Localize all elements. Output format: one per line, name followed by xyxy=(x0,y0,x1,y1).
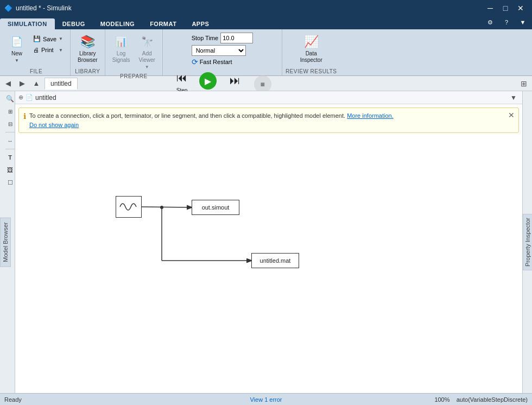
tab-modeling[interactable]: MODELING xyxy=(93,18,142,29)
fast-restart-icon: ⟳ xyxy=(192,58,198,66)
out-simout-block[interactable]: out.simout xyxy=(192,200,239,215)
status-info: 100% auto(VariableStepDiscrete) xyxy=(356,396,528,403)
ribbon-group-prepare: 📊 Log Signals 🔭 Add Viewer ▼ PREPARE xyxy=(105,29,163,75)
untitled-mat-block[interactable]: untitled.mat xyxy=(251,253,299,268)
ribbon-help-btn[interactable]: ? xyxy=(499,15,514,29)
prepare-items: 📊 Log Signals 🔭 Add Viewer ▼ xyxy=(109,31,159,72)
titlebar: 🔷 untitled * - Simulink ─ □ ✕ xyxy=(0,0,532,16)
do-not-show-link[interactable]: Do not show again xyxy=(29,122,79,128)
ribbon-options-btn[interactable]: ⚙ xyxy=(483,15,497,29)
ribbon-group-file: 📄 New ▼ 💾 Save ▼ 🖨 Print ▼ FILE xyxy=(2,29,71,75)
status-ready: Ready xyxy=(4,396,176,403)
data-inspector-icon: 📈 xyxy=(303,34,319,49)
step-forward-icon: ⏭ xyxy=(226,72,244,90)
banner-close-button[interactable]: ✕ xyxy=(506,110,516,120)
mode-row: Normal Accelerator Rapid Accelerator xyxy=(192,45,254,56)
tab-format[interactable]: FORMAT xyxy=(142,18,184,29)
mode-select[interactable]: Normal Accelerator Rapid Accelerator xyxy=(192,45,246,56)
canvas-container: ⊕ 📄 untitled ▼ ℹ To create a connection,… xyxy=(15,91,522,393)
right-sidebar: Property Inspector xyxy=(522,91,532,393)
save-icon: 💾 xyxy=(33,35,41,42)
file-items: 📄 New ▼ 💾 Save ▼ 🖨 Print ▼ xyxy=(5,31,67,67)
svg-line-0 xyxy=(142,207,192,207)
add-viewer-label: Add Viewer xyxy=(139,50,155,64)
library-browser-label: Library Browser xyxy=(78,50,98,64)
new-button[interactable]: 📄 New ▼ xyxy=(5,31,28,66)
up-button[interactable]: ▲ xyxy=(30,78,42,90)
zoom-in-button[interactable]: 🔍 xyxy=(5,93,16,104)
model-path-bar: ⊕ 📄 untitled ▼ xyxy=(15,91,522,104)
tab-simulation[interactable]: SIMULATION xyxy=(0,18,55,29)
mat-label: untitled.mat xyxy=(260,257,291,264)
fast-restart-row: ⟳ Fast Restart xyxy=(192,58,254,66)
info-text: To create a connection, click a port, te… xyxy=(29,111,394,129)
add-viewer-button[interactable]: 🔭 Add Viewer ▼ xyxy=(135,31,159,72)
ribbon-group-library: 📚 Library Browser LIBRARY xyxy=(71,29,105,75)
library-group-label: LIBRARY xyxy=(75,67,100,74)
forward-button[interactable]: ▶ xyxy=(16,78,28,90)
info-icon: ℹ xyxy=(23,112,26,121)
stop-time-label: Stop Time xyxy=(192,35,219,41)
text-tool-button[interactable]: T xyxy=(5,152,16,163)
minimize-button[interactable]: ─ xyxy=(483,1,497,15)
stop-time-input[interactable] xyxy=(220,33,253,43)
data-inspector-label: Data Inspector xyxy=(300,50,322,64)
ribbon: 📄 New ▼ 💾 Save ▼ 🖨 Print ▼ FILE xyxy=(0,29,532,76)
sim-canvas[interactable]: out.simout untitled.mat xyxy=(15,136,522,393)
ribbon-group-review: 📈 Data Inspector REVIEW RESULTS xyxy=(282,29,340,75)
status-error: View 1 error xyxy=(180,396,352,403)
property-inspector-tab-label[interactable]: Property Inspector xyxy=(523,214,533,270)
library-icon: 📚 xyxy=(80,34,95,49)
app-title: untitled * - Simulink xyxy=(16,4,72,12)
titlebar-left: 🔷 untitled * - Simulink xyxy=(4,4,72,12)
sine-wave-icon xyxy=(119,199,138,214)
info-banner: ℹ To create a connection, click a port, … xyxy=(18,107,519,133)
path-expand-button[interactable]: ▼ xyxy=(508,92,519,103)
error-link[interactable]: View 1 error xyxy=(250,396,282,403)
prepare-group-label: PREPARE xyxy=(120,72,148,79)
model-path-icon: 📄 xyxy=(26,94,33,101)
zoom-fit-button[interactable]: ⊞ xyxy=(5,106,16,117)
split-screen-button[interactable]: ↔ xyxy=(5,135,16,146)
tab-apps[interactable]: APPS xyxy=(184,18,217,29)
more-info-link[interactable]: More information. xyxy=(347,112,394,119)
maximize-button[interactable]: □ xyxy=(498,1,512,15)
library-browser-button[interactable]: 📚 Library Browser xyxy=(74,31,102,66)
statusbar: Ready View 1 error 100% auto(VariableSte… xyxy=(0,393,532,405)
ribbon-tabs: SIMULATION DEBUG MODELING FORMAT APPS ⚙ … xyxy=(0,16,532,29)
block-tool-button[interactable]: ☐ xyxy=(5,177,16,188)
model-browser-tab[interactable]: Model Browser xyxy=(0,217,11,267)
library-items: 📚 Library Browser xyxy=(74,31,102,67)
ribbon-group-simulate: Stop Time Normal Accelerator Rapid Accel… xyxy=(163,29,282,75)
stop-icon: ■ xyxy=(254,75,271,93)
zoom-out-button[interactable]: ⊟ xyxy=(5,118,16,129)
review-group-label: REVIEW RESULTS xyxy=(286,67,337,74)
model-tab-untitled[interactable]: untitled xyxy=(45,78,78,90)
fast-restart-label: Fast Restart xyxy=(200,59,232,65)
app-icon: 🔷 xyxy=(4,4,12,12)
log-signals-label: Log Signals xyxy=(112,50,130,64)
data-inspector-button[interactable]: 📈 Data Inspector xyxy=(296,31,326,66)
sine-block[interactable] xyxy=(116,196,142,218)
save-button[interactable]: 💾 Save ▼ xyxy=(29,34,67,44)
ribbon-more-btn[interactable]: ▼ xyxy=(516,15,530,29)
expand-icon: ⊕ xyxy=(18,94,23,101)
print-button[interactable]: 🖨 Print ▼ xyxy=(29,45,67,55)
out-simout-label: out.simout xyxy=(202,204,230,211)
image-tool-button[interactable]: 🖼 xyxy=(5,164,16,175)
tab-debug[interactable]: DEBUG xyxy=(55,18,93,29)
log-signals-icon: 📊 xyxy=(113,34,129,49)
print-icon: 🖨 xyxy=(33,47,39,53)
back-button[interactable]: ◀ xyxy=(2,78,14,90)
grid-view-button[interactable]: ⊞ xyxy=(518,78,530,90)
svg-point-3 xyxy=(160,206,163,209)
main-area: Model Browser 🔍 ⊞ ⊟ ↔ T 🖼 ☐ ⊕ 📄 untitled… xyxy=(0,91,532,393)
titlebar-controls: ─ □ ✕ xyxy=(483,1,528,15)
toolbar-separator-2 xyxy=(5,149,15,149)
close-button[interactable]: ✕ xyxy=(514,1,528,15)
log-signals-button[interactable]: 📊 Log Signals xyxy=(109,31,134,66)
info-message: To create a connection, click a port, te… xyxy=(29,112,345,119)
review-items: 📈 Data Inspector xyxy=(296,31,326,67)
path-name: untitled xyxy=(35,94,56,102)
step-back-icon: ⏮ xyxy=(173,69,191,86)
